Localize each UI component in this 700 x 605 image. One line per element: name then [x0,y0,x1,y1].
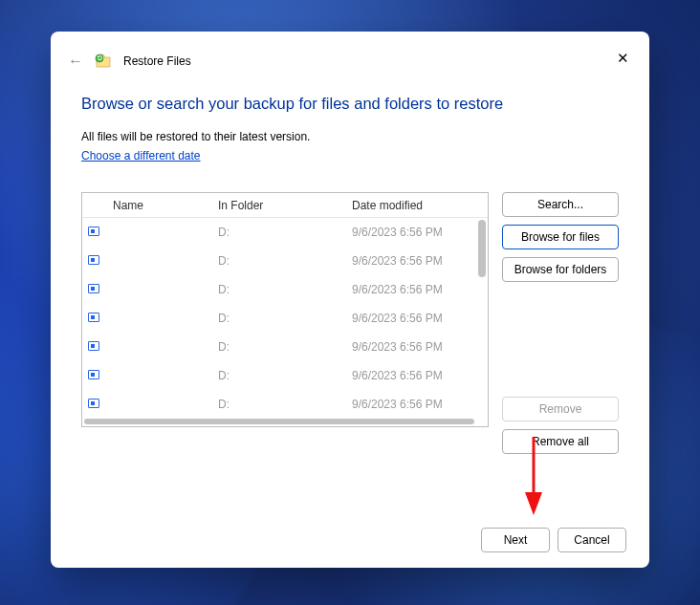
cell-folder: D: [212,254,346,268]
column-header-name[interactable]: Name [107,199,212,212]
file-icon [88,370,99,379]
file-icon [88,284,99,293]
footer-buttons: Next Cancel [481,528,626,552]
table-row[interactable]: D: 9/6/2023 6:56 PM [82,361,488,390]
search-button[interactable]: Search... [502,192,619,217]
choose-date-link[interactable]: Choose a different date [81,149,201,162]
close-icon: ✕ [617,50,629,67]
file-icon [88,341,99,351]
remove-button[interactable]: Remove [502,397,619,421]
file-icon [88,255,99,265]
window-title: Restore Files [123,54,191,68]
side-buttons-column: Search... Browse for files Browse for fo… [502,192,619,454]
remove-all-button[interactable]: Remove all [502,429,619,454]
cell-folder: D: [212,312,346,325]
file-list-panel: Name In Folder Date modified D: 9/6/2023… [81,192,489,427]
file-icon [88,399,99,408]
file-icon [88,313,99,322]
table-row[interactable]: D: 9/6/2023 6:56 PM [82,275,488,304]
title-bar: ← Restore Files [51,32,649,70]
back-arrow-icon: ← [68,53,83,69]
cell-folder: D: [212,369,346,382]
cell-date: 9/6/2023 6:56 PM [346,369,488,382]
vertical-scrollbar[interactable] [478,220,486,277]
column-header-row[interactable]: Name In Folder Date modified [82,193,488,218]
cell-date: 9/6/2023 6:56 PM [346,312,488,325]
table-row[interactable]: D: 9/6/2023 6:56 PM [82,333,488,361]
file-icon [88,227,99,236]
column-header-date[interactable]: Date modified [346,199,488,212]
table-row[interactable]: D: 9/6/2023 6:56 PM [82,218,488,247]
browse-folders-button[interactable]: Browse for folders [502,257,619,282]
cell-folder: D: [212,226,346,239]
cell-date: 9/6/2023 6:56 PM [346,226,488,239]
cell-folder: D: [212,340,346,354]
horizontal-scrollbar[interactable] [84,419,474,424]
restore-files-icon [95,53,112,70]
restore-files-dialog: ✕ ← Restore Files Browse or search your … [51,32,649,568]
cell-date: 9/6/2023 6:56 PM [346,340,488,354]
browse-files-button[interactable]: Browse for files [502,225,619,249]
column-header-folder[interactable]: In Folder [212,199,346,212]
cell-folder: D: [212,283,346,296]
table-row[interactable]: D: 9/6/2023 6:56 PM [82,247,488,275]
cell-folder: D: [212,398,346,411]
cell-date: 9/6/2023 6:56 PM [346,398,488,411]
back-button[interactable]: ← [68,53,83,70]
table-row[interactable]: D: 9/6/2023 6:56 PM [82,390,488,419]
cell-date: 9/6/2023 6:56 PM [346,254,488,268]
page-heading: Browse or search your backup for files a… [81,95,619,113]
version-note: All files will be restored to their late… [81,130,619,143]
content-area: Browse or search your backup for files a… [51,70,649,454]
next-button[interactable]: Next [481,528,550,552]
cell-date: 9/6/2023 6:56 PM [346,283,488,296]
file-list-body: D: 9/6/2023 6:56 PM D: 9/6/2023 6:56 PM … [82,218,488,426]
table-row[interactable]: D: 9/6/2023 6:56 PM [82,304,488,333]
cancel-button[interactable]: Cancel [558,528,626,552]
close-button[interactable]: ✕ [613,49,632,68]
